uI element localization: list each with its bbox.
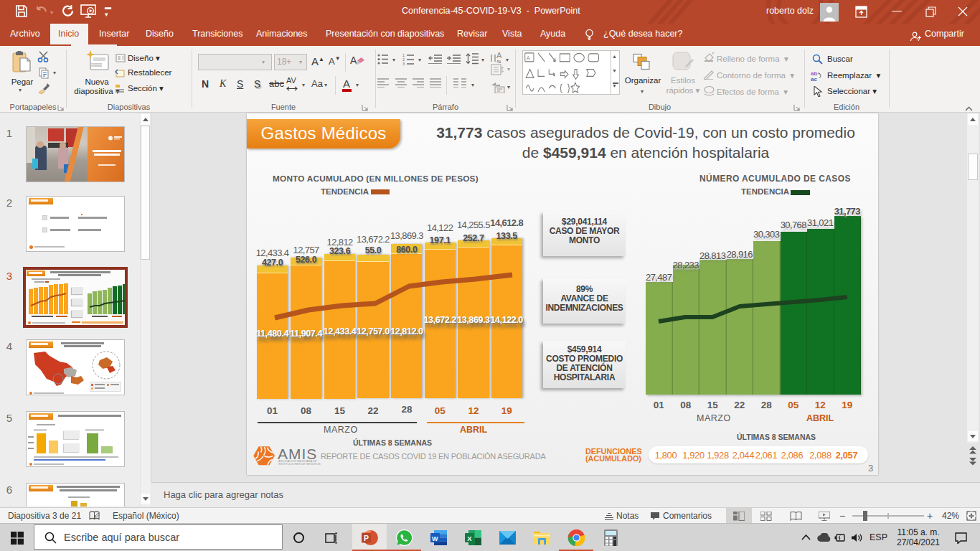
svg-text:X: X	[467, 534, 472, 542]
svg-text:W: W	[432, 535, 438, 542]
svg-text:P: P	[364, 534, 369, 542]
